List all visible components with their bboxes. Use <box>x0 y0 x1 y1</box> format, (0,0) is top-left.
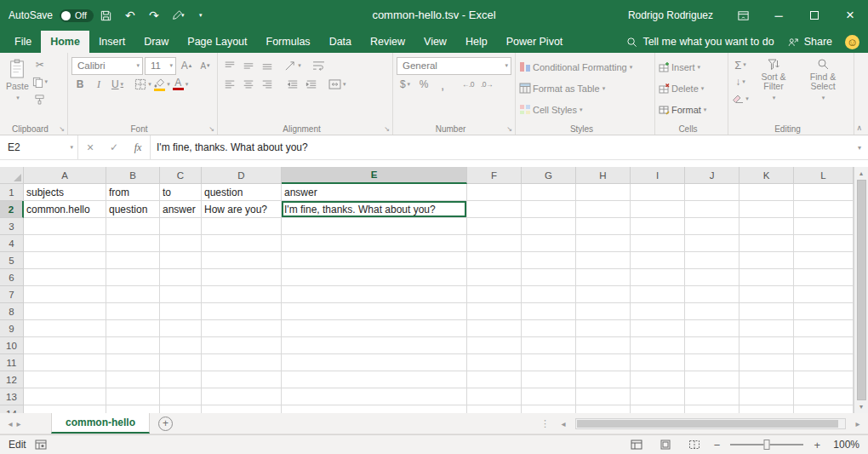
cell-K8[interactable] <box>740 303 794 320</box>
undo-button[interactable]: ↶ <box>119 3 141 27</box>
tell-me-box[interactable]: Tell me what you want to do <box>626 36 774 48</box>
row-header-5[interactable]: 5 <box>0 252 24 269</box>
format-painter-button[interactable] <box>31 90 49 107</box>
wrap-text-button[interactable] <box>310 57 327 74</box>
alignment-dialog-launcher[interactable]: ↘ <box>384 125 390 133</box>
sort-filter-button[interactable]: Sort & Filter ▾ <box>749 56 798 104</box>
cell-G1[interactable] <box>522 184 576 201</box>
sheet-next-button[interactable]: ▸ <box>9 413 29 434</box>
cell-A5[interactable] <box>24 252 106 269</box>
row-header-8[interactable]: 8 <box>0 303 24 320</box>
row-header-7[interactable]: 7 <box>0 286 24 303</box>
sheet-tab-common-hello[interactable]: common-hello <box>51 413 150 434</box>
cell-E5[interactable] <box>282 252 467 269</box>
bold-button[interactable]: B <box>71 76 89 93</box>
cell-E10[interactable] <box>282 337 467 354</box>
cell-I1[interactable] <box>631 184 685 201</box>
autosum-button[interactable]: Σ▾ <box>732 56 749 73</box>
cell-B2[interactable]: question <box>106 201 160 218</box>
cell-E1[interactable]: answer <box>282 184 467 201</box>
cell-K9[interactable] <box>740 320 794 337</box>
orientation-button[interactable]: ▾ <box>284 57 301 74</box>
cell-G7[interactable] <box>522 286 576 303</box>
cell-J5[interactable] <box>685 252 740 269</box>
cell-A6[interactable] <box>24 269 106 286</box>
cell-D6[interactable] <box>202 269 282 286</box>
cell-J6[interactable] <box>685 269 740 286</box>
cell-H5[interactable] <box>576 252 631 269</box>
row-header-3[interactable]: 3 <box>0 218 24 235</box>
column-header-f[interactable]: F <box>467 167 522 184</box>
decrease-font-size-button[interactable]: A▾ <box>197 57 214 74</box>
cell-I12[interactable] <box>631 371 685 388</box>
cell-B10[interactable] <box>106 337 160 354</box>
enter-entry-button[interactable]: ✓ <box>102 135 126 159</box>
cell-G14[interactable] <box>522 405 576 413</box>
cell-H3[interactable] <box>576 218 631 235</box>
cell-J11[interactable] <box>685 354 740 371</box>
cell-A2[interactable]: common.hello <box>24 201 106 218</box>
cell-C6[interactable] <box>160 269 202 286</box>
italic-button[interactable]: I <box>90 76 107 93</box>
cell-L3[interactable] <box>794 218 854 235</box>
font-name-select[interactable]: Calibri ▾ <box>71 57 143 75</box>
row-header-11[interactable]: 11 <box>0 354 24 371</box>
name-box[interactable]: E2 ▾ <box>0 135 78 159</box>
cell-J10[interactable] <box>685 337 740 354</box>
cell-I2[interactable] <box>631 201 685 218</box>
cell-H6[interactable] <box>576 269 631 286</box>
borders-button[interactable]: ▾ <box>134 76 151 93</box>
merge-center-button[interactable]: ▾ <box>328 76 346 93</box>
cell-E3[interactable] <box>282 218 467 235</box>
number-format-select[interactable]: General ▾ <box>397 57 511 75</box>
cell-E8[interactable] <box>282 303 467 320</box>
cell-C2[interactable]: answer <box>160 201 202 218</box>
cell-styles-button[interactable]: Cell Styles <box>533 105 577 115</box>
ink-button[interactable]: ▾ <box>167 3 189 27</box>
column-header-j[interactable]: J <box>685 167 740 184</box>
share-button[interactable]: Share <box>787 36 832 48</box>
column-header-k[interactable]: K <box>740 167 794 184</box>
cell-E6[interactable] <box>282 269 467 286</box>
cell-J12[interactable] <box>685 371 740 388</box>
cell-H11[interactable] <box>576 354 631 371</box>
cell-H13[interactable] <box>576 388 631 405</box>
column-header-h[interactable]: H <box>576 167 631 184</box>
cell-F9[interactable] <box>467 320 522 337</box>
cell-L9[interactable] <box>794 320 854 337</box>
increase-indent-button[interactable] <box>303 76 320 93</box>
zoom-slider-thumb[interactable] <box>764 440 770 450</box>
cell-F3[interactable] <box>467 218 522 235</box>
cell-C8[interactable] <box>160 303 202 320</box>
cell-A3[interactable] <box>24 218 106 235</box>
cell-G9[interactable] <box>522 320 576 337</box>
cell-F10[interactable] <box>467 337 522 354</box>
column-header-l[interactable]: L <box>794 167 854 184</box>
cell-J13[interactable] <box>685 388 740 405</box>
align-center-button[interactable] <box>240 76 257 93</box>
cell-F8[interactable] <box>467 303 522 320</box>
tab-review[interactable]: Review <box>361 31 414 53</box>
zoom-level[interactable]: 100% <box>831 439 859 451</box>
cell-K3[interactable] <box>740 218 794 235</box>
fill-button[interactable]: ↓▾ <box>732 73 749 90</box>
cell-G11[interactable] <box>522 354 576 371</box>
cell-I9[interactable] <box>631 320 685 337</box>
cell-F4[interactable] <box>467 235 522 252</box>
cell-A14[interactable] <box>24 405 106 413</box>
column-header-g[interactable]: G <box>522 167 576 184</box>
cell-K5[interactable] <box>740 252 794 269</box>
cell-H12[interactable] <box>576 371 631 388</box>
cell-K13[interactable] <box>740 388 794 405</box>
cell-G8[interactable] <box>522 303 576 320</box>
select-all-corner[interactable] <box>0 167 24 184</box>
tab-formulas[interactable]: Formulas <box>257 31 320 53</box>
cell-L8[interactable] <box>794 303 854 320</box>
cell-C3[interactable] <box>160 218 202 235</box>
middle-align-button[interactable] <box>240 57 257 74</box>
insert-button[interactable]: Insert <box>671 62 695 72</box>
cell-I8[interactable] <box>631 303 685 320</box>
cell-A12[interactable] <box>24 371 106 388</box>
feedback-smiley-button[interactable]: ☺ <box>845 35 859 49</box>
customize-quick-access-button[interactable]: ▾ <box>191 3 213 27</box>
